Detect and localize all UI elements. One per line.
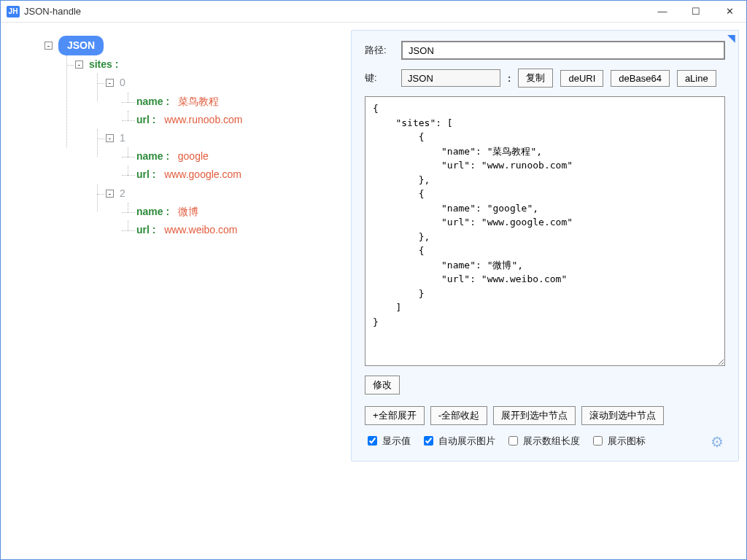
- path-label: 路径:: [365, 44, 394, 57]
- detail-panel: ◥ 路径: 键: : 复制 deURI deBase64 aLine 修改: [351, 30, 739, 462]
- scroll-to-selection-button[interactable]: 滚动到选中节点: [581, 406, 664, 425]
- tree-key: name :: [136, 150, 169, 162]
- tree-node-sites[interactable]: - sites : - 0 name :: [61, 55, 336, 239]
- gear-icon[interactable]: ⚙: [711, 433, 724, 451]
- tree-index: 2: [120, 187, 125, 199]
- path-input[interactable]: [401, 41, 725, 60]
- tree-value: www.runoob.com: [164, 114, 242, 125]
- tree-key-sites: sites :: [89, 58, 118, 70]
- app-window: JH JSON-handle — ☐ ✕ - JSON - sites :: [0, 0, 747, 560]
- tree-value: www.weibo.com: [164, 224, 237, 236]
- debase64-button[interactable]: deBase64: [611, 70, 670, 87]
- path-row: 路径:: [365, 41, 725, 60]
- tree-pane: - JSON - sites : - 0: [1, 23, 344, 559]
- tree-leaf[interactable]: name : 微博: [122, 203, 336, 221]
- detail-pane: ◥ 路径: 键: : 复制 deURI deBase64 aLine 修改: [344, 23, 746, 559]
- root-badge[interactable]: JSON: [58, 36, 104, 55]
- tree-leaf[interactable]: name : 菜鸟教程: [122, 93, 336, 111]
- deuri-button[interactable]: deURI: [560, 70, 603, 87]
- modify-button[interactable]: 修改: [365, 376, 400, 394]
- copy-button[interactable]: 复制: [518, 69, 553, 88]
- show-icon-checkbox[interactable]: 展示图标: [590, 434, 646, 448]
- collapse-icon[interactable]: -: [106, 190, 114, 198]
- close-button[interactable]: ✕: [713, 1, 746, 23]
- tree-key: url :: [136, 114, 155, 125]
- panel-collapse-icon[interactable]: ◥: [727, 32, 735, 44]
- options-row: 显示值 自动展示图片 展示数组长度 展示图标 ⚙: [365, 434, 725, 448]
- minimize-button[interactable]: —: [646, 1, 679, 23]
- tree-key: url :: [136, 224, 155, 236]
- tree-value: google: [178, 150, 209, 162]
- show-value-input[interactable]: [368, 436, 377, 446]
- array-length-input[interactable]: [508, 436, 518, 446]
- show-icon-input[interactable]: [593, 436, 603, 446]
- key-row: 键: : 复制 deURI deBase64 aLine: [365, 69, 725, 88]
- array-length-checkbox[interactable]: 展示数组长度: [506, 434, 580, 448]
- tree-leaf[interactable]: name : google: [122, 147, 336, 166]
- tree-leaf[interactable]: url : www.google.com: [122, 166, 336, 184]
- tree-index: 1: [120, 132, 125, 144]
- collapse-icon[interactable]: -: [44, 42, 53, 50]
- key-input[interactable]: [401, 69, 500, 87]
- tree-key: url :: [136, 168, 155, 180]
- collapse-icon[interactable]: -: [106, 79, 114, 87]
- aline-button[interactable]: aLine: [677, 70, 716, 87]
- json-tree: - JSON - sites : - 0: [14, 36, 336, 239]
- colon-label: :: [508, 73, 511, 84]
- tree-node-0[interactable]: - 0 name : 菜鸟教程: [91, 74, 336, 129]
- tree-leaf[interactable]: url : www.weibo.com: [122, 221, 336, 239]
- auto-image-checkbox[interactable]: 自动展示图片: [421, 434, 495, 448]
- tree-leaf[interactable]: url : www.runoob.com: [122, 111, 336, 129]
- tree-value: www.google.com: [164, 168, 241, 180]
- content-area: - JSON - sites : - 0: [1, 23, 746, 559]
- collapse-all-button[interactable]: -全部收起: [430, 406, 487, 425]
- tree-node-1[interactable]: - 1 name : google: [91, 129, 336, 184]
- maximize-button[interactable]: ☐: [679, 1, 713, 23]
- tree-root[interactable]: - JSON - sites : - 0: [30, 36, 336, 239]
- auto-image-input[interactable]: [424, 436, 433, 446]
- titlebar: JH JSON-handle — ☐ ✕: [1, 1, 746, 23]
- expand-all-button[interactable]: +全部展开: [365, 406, 425, 425]
- tree-key: name :: [136, 96, 169, 107]
- json-textarea[interactable]: [365, 96, 725, 366]
- window-title: JSON-handle: [24, 6, 81, 17]
- show-value-checkbox[interactable]: 显示值: [365, 434, 411, 448]
- collapse-icon[interactable]: -: [75, 61, 83, 69]
- expand-to-selection-button[interactable]: 展开到选中节点: [493, 406, 576, 425]
- tree-value: 菜鸟教程: [178, 96, 219, 107]
- key-label: 键:: [365, 71, 394, 85]
- collapse-icon[interactable]: -: [106, 134, 114, 142]
- tree-index: 0: [120, 77, 125, 88]
- app-icon: JH: [7, 6, 20, 18]
- tree-value: 微博: [178, 206, 198, 217]
- tree-node-2[interactable]: - 2 name : 微博 ur: [91, 184, 336, 240]
- tree-key: name :: [136, 206, 169, 217]
